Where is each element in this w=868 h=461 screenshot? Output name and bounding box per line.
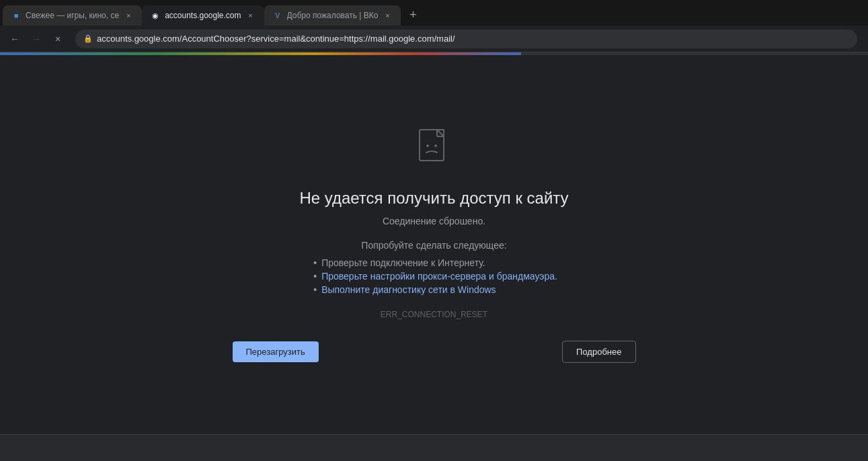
- reload-button[interactable]: ×: [48, 30, 67, 48]
- suggestions-heading: Попробуйте сделать следующее:: [361, 240, 506, 251]
- back-button[interactable]: ←: [5, 30, 24, 48]
- tab-3-close[interactable]: ×: [382, 10, 393, 21]
- error-code: ERR_CONNECTION_RESET: [381, 310, 487, 319]
- tab-1-close[interactable]: ×: [123, 10, 134, 21]
- lock-icon: 🔒: [83, 34, 93, 43]
- suggestion-2-link[interactable]: Проверьте настройки прокси-сервера и бра…: [321, 271, 557, 282]
- error-icon: [414, 127, 455, 189]
- reload-page-button[interactable]: Перезагрузить: [233, 341, 319, 362]
- new-tab-button[interactable]: +: [403, 5, 422, 24]
- svg-point-3: [426, 144, 429, 147]
- nav-bar: ← → × 🔒 accounts.google.com/AccountChoos…: [0, 26, 868, 52]
- tab-1-favicon: ■: [11, 10, 22, 21]
- details-button[interactable]: Подробнее: [562, 341, 635, 363]
- svg-rect-0: [420, 130, 444, 161]
- tab-1-title: Свежее — игры, кино, се: [26, 11, 119, 20]
- svg-point-4: [434, 144, 437, 147]
- buttons-row: Перезагрузить Подробнее: [233, 341, 636, 363]
- tab-3[interactable]: V Добро пожаловать | ВКо ×: [264, 5, 401, 26]
- tab-2-close[interactable]: ×: [245, 10, 256, 21]
- tab-3-title: Добро пожаловать | ВКо: [287, 11, 379, 20]
- browser-chrome: ■ Свежее — игры, кино, се × ◉ accounts.g…: [0, 0, 868, 55]
- error-title: Не удается получить доступ к сайту: [299, 189, 568, 208]
- suggestion-3: Выполните диагностику сети в Windows: [311, 283, 557, 296]
- forward-button: →: [27, 30, 46, 48]
- suggestion-3-link[interactable]: Выполните диагностику сети в Windows: [321, 284, 496, 295]
- tab-1[interactable]: ■ Свежее — игры, кино, се ×: [3, 5, 142, 26]
- suggestion-2: Проверьте настройки прокси-сервера и бра…: [311, 269, 557, 283]
- tab-bar: ■ Свежее — игры, кино, се × ◉ accounts.g…: [0, 0, 868, 26]
- main-content: Не удается получить доступ к сайту Соеди…: [0, 55, 868, 434]
- bottom-bar: [0, 434, 868, 461]
- tab-2[interactable]: ◉ accounts.google.com ×: [142, 5, 264, 26]
- suggestion-1-text: Проверьте подключение к Интернету.: [321, 257, 485, 268]
- address-text: accounts.google.com/AccountChooser?servi…: [97, 34, 849, 44]
- tab-2-favicon: ◉: [150, 10, 161, 21]
- tab-3-favicon: V: [272, 10, 283, 21]
- suggestion-1: Проверьте подключение к Интернету.: [311, 256, 557, 269]
- tab-2-title: accounts.google.com: [165, 11, 241, 20]
- error-subtitle: Соединение сброшено.: [383, 216, 485, 226]
- address-bar[interactable]: 🔒 accounts.google.com/AccountChooser?ser…: [75, 30, 857, 48]
- suggestions-list: Проверьте подключение к Интернету. Прове…: [311, 256, 557, 296]
